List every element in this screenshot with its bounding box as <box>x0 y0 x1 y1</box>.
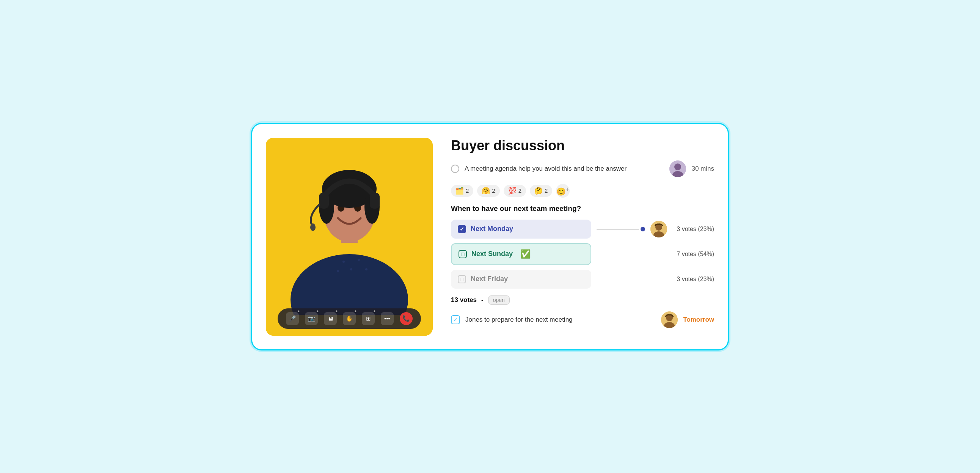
action-assignee-avatar <box>661 311 678 328</box>
camera-icon: 📷 <box>308 315 315 322</box>
monday-label: Next Monday <box>471 225 513 233</box>
friday-vote-count: 3 votes (23%) <box>673 276 714 283</box>
poll-option-row-friday: □ Next Friday 3 votes (23%) <box>451 270 714 289</box>
mic-icon: 🎤 <box>289 315 296 322</box>
hand-icon: ✋ <box>346 315 353 322</box>
total-votes-text: 13 votes <box>451 296 477 304</box>
action-row: ✓ Jones to prepare for the next meeting … <box>451 311 714 328</box>
more-icon: ••• <box>384 315 390 322</box>
agenda-radio[interactable] <box>451 165 459 173</box>
grid-icon: ⊞ <box>366 315 371 322</box>
video-panel: 🎤 ▲ 📷 ▲ 🖥 ▲ ✋ ▲ ⊞ ▲ ••• � <box>266 138 433 336</box>
think-emoji: 🤔 <box>535 186 543 195</box>
sunday-check-icon: □ <box>461 251 464 257</box>
poll-option-sunday[interactable]: □ Next Sunday ✅ <box>451 243 591 265</box>
copy-count: 2 <box>466 187 469 194</box>
reaction-copy[interactable]: 🗂️ 2 <box>451 185 473 197</box>
action-checkbox[interactable]: ✓ <box>451 315 460 324</box>
add-reaction-icon: 😊+ <box>556 185 570 196</box>
svg-point-10 <box>310 223 315 231</box>
svg-rect-9 <box>370 193 380 209</box>
more-button[interactable]: ••• <box>381 312 394 325</box>
grid-arrow-icon: ▲ <box>373 309 376 313</box>
end-call-button[interactable]: 📞 <box>400 312 413 325</box>
poll-option-row-monday: ✓ Next Monday 3 v <box>451 220 714 239</box>
hand-arrow-icon: ▲ <box>354 309 357 313</box>
poll-status-badge: open <box>488 296 510 304</box>
connector-line <box>597 229 639 229</box>
reaction-100[interactable]: 💯 2 <box>504 185 526 197</box>
poll-option-friday[interactable]: □ Next Friday <box>451 270 591 289</box>
action-text: Jones to prepare for the next meeting <box>465 316 656 323</box>
screen-icon: 🖥 <box>328 315 333 322</box>
person-illustration <box>285 140 414 315</box>
votes-total-row: 13 votes - open <box>451 296 714 304</box>
hug-count: 2 <box>492 187 495 194</box>
100-emoji: 💯 <box>508 186 517 195</box>
think-count: 2 <box>545 187 548 194</box>
action-check-icon: ✓ <box>453 317 458 323</box>
svg-rect-8 <box>319 193 329 209</box>
monday-check-icon: ✓ <box>460 226 464 232</box>
agenda-row: A meeting agenda help you avoid this and… <box>451 161 714 177</box>
friday-checkbox[interactable]: □ <box>458 275 466 283</box>
svg-point-14 <box>337 270 339 272</box>
main-card: 🎤 ▲ 📷 ▲ 🖥 ▲ ✋ ▲ ⊞ ▲ ••• � <box>251 123 729 350</box>
screen-arrow-icon: ▲ <box>335 309 338 313</box>
grid-button[interactable]: ⊞ ▲ <box>362 312 375 325</box>
monday-checkbox[interactable]: ✓ <box>458 225 466 233</box>
action-due-date: Tomorrow <box>683 316 714 323</box>
svg-point-15 <box>365 268 368 271</box>
agenda-text: A meeting agenda help you avoid this and… <box>465 165 664 173</box>
meeting-title: Buyer discussion <box>451 138 714 154</box>
svg-point-12 <box>350 268 352 271</box>
add-reaction-button[interactable]: 😊+ <box>556 184 570 197</box>
mic-arrow-icon: ▲ <box>297 309 301 313</box>
agenda-duration: 30 mins <box>691 165 714 173</box>
camera-button[interactable]: 📷 ▲ <box>305 312 318 325</box>
screen-share-button[interactable]: 🖥 ▲ <box>324 312 337 325</box>
100-count: 2 <box>519 187 522 194</box>
content-panel: Buyer discussion A meeting agenda help y… <box>451 138 714 336</box>
poll-question: When to have our next team meeting? <box>451 204 714 213</box>
sunday-vote-count: 7 votes (54%) <box>673 251 714 258</box>
reaction-hug[interactable]: 🤗 2 <box>477 185 500 197</box>
end-call-icon: 📞 <box>402 315 410 322</box>
connector-dot <box>641 227 645 231</box>
video-toolbar: 🎤 ▲ 📷 ▲ 🖥 ▲ ✋ ▲ ⊞ ▲ ••• � <box>278 308 421 329</box>
sunday-checkbox[interactable]: □ <box>458 250 467 258</box>
sunday-selected-icon: ✅ <box>520 249 531 259</box>
camera-arrow-icon: ▲ <box>316 309 319 313</box>
poll-option-row-sunday: □ Next Sunday ✅ 7 votes (54%) <box>451 243 714 265</box>
svg-point-17 <box>674 164 681 170</box>
mic-button[interactable]: 🎤 ▲ <box>286 312 299 325</box>
copy-emoji: 🗂️ <box>455 186 464 195</box>
dash-separator: - <box>481 296 484 304</box>
poll-options: ✓ Next Monday 3 v <box>451 220 714 289</box>
svg-point-0 <box>291 254 408 315</box>
poll-option-monday[interactable]: ✓ Next Monday <box>451 220 591 239</box>
raise-hand-button[interactable]: ✋ ▲ <box>343 312 356 325</box>
friday-label: Next Friday <box>471 275 508 283</box>
hug-emoji: 🤗 <box>482 186 490 195</box>
monday-voter-avatar <box>651 221 667 237</box>
monday-connector <box>597 227 645 231</box>
reactions-row: 🗂️ 2 🤗 2 💯 2 🤔 2 😊+ <box>451 184 714 197</box>
friday-check-icon: □ <box>460 276 463 282</box>
svg-point-13 <box>358 259 360 261</box>
sunday-label: Next Sunday <box>471 250 513 258</box>
svg-point-11 <box>342 261 345 263</box>
agenda-avatar <box>670 161 686 177</box>
monday-vote-count: 3 votes (23%) <box>673 226 714 233</box>
reaction-think[interactable]: 🤔 2 <box>530 185 552 197</box>
